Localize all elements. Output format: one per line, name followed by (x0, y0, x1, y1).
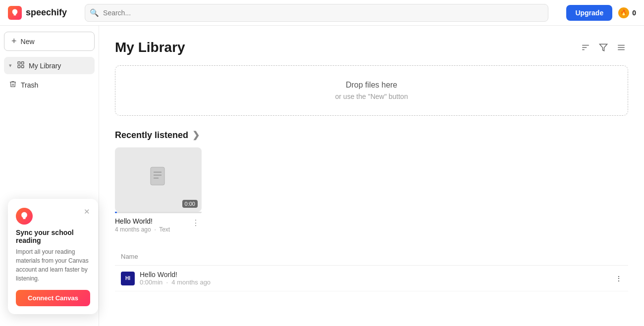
file-name-cell: HI Hello World! 0:00min · 4 months ago (115, 266, 548, 291)
search-input[interactable] (85, 4, 548, 22)
col-name: Name (115, 249, 548, 266)
card-name: Hello World! (115, 217, 170, 225)
card-progress-bar-container (115, 212, 202, 213)
logo-text: speechify (26, 7, 67, 18)
filter-button[interactable] (596, 41, 610, 54)
card-menu-button[interactable]: ⋮ (190, 217, 202, 229)
file-title: Hello World! (140, 271, 211, 279)
canvas-popup-description: Import all your reading materials from y… (16, 247, 90, 283)
trash-label: Trash (21, 81, 38, 89)
table-row[interactable]: HI Hello World! 0:00min · 4 months ago (115, 266, 628, 291)
coins-display: 🔥 0 (618, 7, 636, 18)
canvas-popup-title: Sync your school reading (16, 229, 90, 244)
recently-listened-section: Recently listened ❯ (115, 130, 628, 233)
coin-icon: 🔥 (618, 7, 629, 18)
file-list-table: Name HI Hello World! 0:00min · (115, 249, 628, 291)
header: speechify 🔍 Upgrade 🔥 0 (0, 0, 644, 26)
trash-icon (9, 80, 17, 90)
document-icon (149, 166, 168, 193)
drop-zone-subtitle: or use the "New" button (130, 93, 613, 100)
svg-rect-1 (21, 62, 24, 64)
recently-listened-title: Recently listened (115, 130, 188, 140)
page-title: My Library (115, 40, 185, 55)
chevron-down-icon: ▾ (9, 62, 12, 69)
card-progress-bar (115, 212, 117, 213)
header-right: Upgrade 🔥 0 (566, 5, 636, 21)
canvas-popup-header: ✕ (16, 208, 90, 225)
upgrade-button[interactable]: Upgrade (566, 5, 612, 21)
card-hello-world[interactable]: 0:00 Hello World! 4 months ago · Text (115, 147, 202, 233)
plus-icon: + (11, 36, 17, 47)
cards-row: 0:00 Hello World! 4 months ago · Text (115, 147, 628, 233)
coins-count: 0 (632, 9, 636, 17)
file-type-icon: HI (121, 272, 135, 285)
view-toggle-button[interactable] (614, 41, 628, 54)
new-button-label: New (21, 38, 35, 46)
content-area: My Library (99, 26, 644, 326)
row-menu-button[interactable]: ⋮ (548, 266, 628, 291)
library-icon (17, 61, 25, 70)
svg-rect-3 (21, 65, 24, 68)
sort-button[interactable] (579, 41, 592, 54)
sidebar-item-trash[interactable]: Trash (4, 76, 95, 93)
canvas-logo-icon (16, 208, 33, 225)
drop-zone-title: Drop files here (130, 81, 613, 90)
svg-rect-11 (151, 167, 164, 185)
svg-marker-7 (600, 44, 607, 51)
canvas-popup: ✕ Sync your school reading Import all yo… (8, 199, 98, 314)
col-actions (548, 249, 628, 266)
connect-canvas-button[interactable]: Connect Canvas (16, 290, 90, 306)
card-info: Hello World! 4 months ago · Text ⋮ (115, 217, 202, 233)
search-bar[interactable]: 🔍 (85, 4, 548, 22)
search-icon: 🔍 (90, 8, 99, 17)
my-library-label: My Library (29, 62, 61, 70)
recently-listened-header: Recently listened ❯ (115, 130, 628, 140)
card-time-badge: 0:00 (182, 200, 198, 208)
card-thumbnail: 0:00 (115, 147, 202, 212)
close-icon[interactable]: ✕ (84, 208, 90, 215)
svg-rect-0 (18, 62, 20, 64)
new-button[interactable]: + New (4, 32, 95, 51)
drop-zone[interactable]: Drop files here or use the "New" button (115, 65, 628, 116)
scroll-right-icon[interactable]: ❯ (192, 130, 200, 140)
logo: speechify (8, 6, 67, 20)
speechify-logo-icon (8, 6, 22, 20)
file-meta: 0:00min · 4 months ago (140, 279, 211, 286)
sidebar-item-my-library[interactable]: ▾ My Library (4, 57, 95, 74)
file-name-row: HI Hello World! 0:00min · 4 months ago (121, 271, 542, 286)
content-toolbar (579, 41, 628, 54)
svg-rect-2 (18, 65, 20, 68)
card-meta: 4 months ago · Text (115, 226, 170, 233)
